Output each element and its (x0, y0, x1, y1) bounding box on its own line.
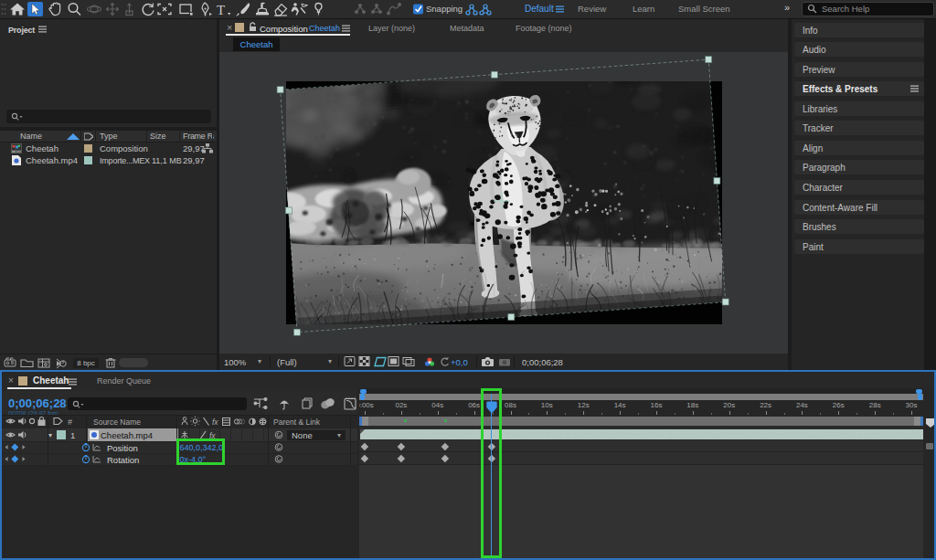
svg-text:fx: fx (212, 417, 218, 427)
svg-text:T: T (217, 3, 225, 17)
svg-text:#: # (68, 417, 72, 427)
